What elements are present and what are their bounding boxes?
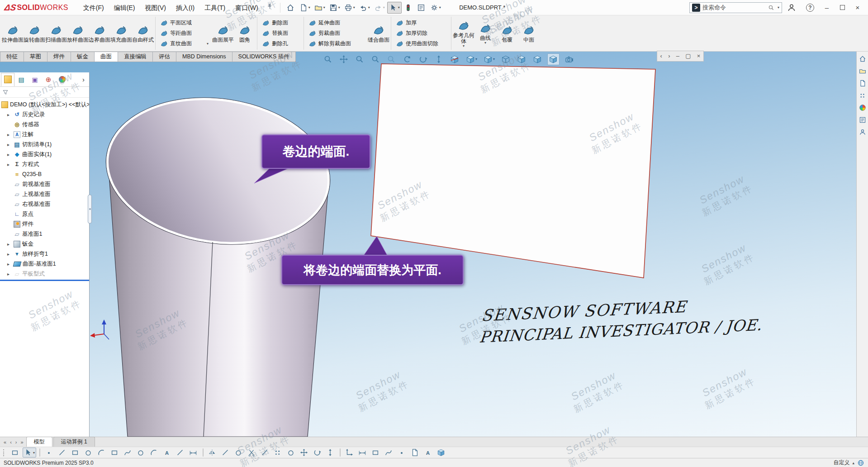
sketch-tool-icon[interactable] <box>9 448 21 457</box>
search-input[interactable]: 搜索命令 <box>702 4 766 12</box>
settings-button[interactable]: ▾ <box>428 2 443 14</box>
rotate-view-icon[interactable] <box>417 53 429 65</box>
section-view-icon[interactable] <box>449 53 461 65</box>
select-tool-button[interactable]: ▾ <box>387 2 402 14</box>
menu-insert[interactable]: 插入(I) <box>171 0 199 15</box>
zoom-to-selection-icon[interactable] <box>385 53 398 65</box>
flatten-surface-button[interactable]: 曲面展平 <box>212 15 234 51</box>
knit-surface-button[interactable]: 缝合曲面 <box>368 15 389 51</box>
ellipse-tool-icon[interactable] <box>135 448 147 457</box>
options-list-button[interactable] <box>415 2 428 14</box>
tree-item-top-plane[interactable]: ▱上视基准面 <box>0 189 89 199</box>
customize-caret-icon[interactable]: ▴ <box>852 461 854 465</box>
taskpane-forum-icon[interactable] <box>859 129 866 136</box>
tree-item-surface-bodies[interactable]: ▸◆曲面实体(1) <box>0 149 89 159</box>
scale-entities-icon[interactable] <box>325 448 337 457</box>
fully-define-sketch-icon[interactable] <box>370 448 382 457</box>
camera-icon[interactable] <box>563 53 575 65</box>
expand-arrow-icon[interactable]: ▸ <box>7 242 12 247</box>
wrap-button[interactable]: 包覆 <box>496 15 518 51</box>
sketch-fillet-icon[interactable] <box>148 448 160 457</box>
tree-item-weldment[interactable]: 焊件 <box>0 219 89 229</box>
menu-view[interactable]: 视图(V) <box>140 0 171 15</box>
featuremanager-tab-icon[interactable] <box>1 73 14 86</box>
filled-surface-button[interactable]: 填充曲面 <box>110 15 132 51</box>
customize-status-label[interactable]: 自定义 <box>833 459 849 467</box>
doc-restore-icon[interactable]: ▢ <box>685 52 691 61</box>
expand-arrow-icon[interactable]: ▸ <box>7 132 12 137</box>
fillet-button[interactable]: 圆角 <box>234 15 256 51</box>
delete-face-button[interactable]: 删除面 <box>260 18 301 28</box>
convert-entities-icon[interactable] <box>220 448 232 457</box>
user-account-icon[interactable] <box>782 3 801 12</box>
tab-features[interactable]: 特征 <box>0 52 24 62</box>
tree-filter-row[interactable] <box>0 87 89 98</box>
tree-item-lofted-bend[interactable]: ▸▼放样折弯1 <box>0 249 89 259</box>
tree-item-surface-plane1[interactable]: ▸曲面-基准面1 <box>0 259 89 269</box>
cut-with-surface-button[interactable]: 使用曲面切除 <box>394 38 448 49</box>
expand-arrow-icon[interactable]: ▸ <box>7 142 12 147</box>
tab-scroll-left-icon[interactable]: ‹ <box>660 52 662 61</box>
panel-splitter[interactable] <box>88 195 92 224</box>
apply-scene-icon[interactable] <box>531 53 544 65</box>
text-tool-icon[interactable] <box>161 448 173 457</box>
rebuild-button[interactable] <box>402 2 415 14</box>
zoom-to-area-icon[interactable] <box>370 53 382 65</box>
trim-surface-button[interactable]: 剪裁曲面 <box>307 28 366 38</box>
next-tab-icon[interactable]: › <box>14 438 19 447</box>
tab-evaluate[interactable]: 评估 <box>152 52 176 62</box>
extruded-surface-button[interactable]: 拉伸曲面 <box>2 15 24 51</box>
point-tool-icon[interactable] <box>43 448 55 457</box>
doc-close-icon[interactable]: × <box>697 52 701 61</box>
tab-solidworks-addins[interactable]: SOLIDWORKS 插件 <box>232 52 296 62</box>
menu-file[interactable]: 文件(F) <box>78 0 109 15</box>
zoom-in-out-icon[interactable] <box>354 53 366 65</box>
search-icon[interactable] <box>768 5 774 11</box>
search-caret-icon[interactable]: ▾ <box>778 5 779 10</box>
menu-edit[interactable]: 编辑(E) <box>109 0 140 15</box>
expand-arrow-icon[interactable]: ▸ <box>7 252 12 257</box>
restore-button[interactable] <box>835 5 850 10</box>
tab-direct-editing[interactable]: 直接编辑 <box>118 52 152 62</box>
open-button[interactable]: ▾ <box>313 2 327 14</box>
tree-item-cut-list[interactable]: ▸▤切割清单(1) <box>0 139 89 149</box>
revolved-surface-button[interactable]: 旋转曲面 <box>24 15 45 51</box>
tree-item-equations[interactable]: ▸Σ方程式 <box>0 159 89 169</box>
tree-item-right-plane[interactable]: ▱右视基准面 <box>0 199 89 209</box>
centerpoint-arc-icon[interactable] <box>96 448 108 457</box>
trim-entities-icon[interactable] <box>246 448 258 457</box>
select-arrow-icon[interactable]: ▾ <box>23 448 36 457</box>
extend-entities-icon[interactable] <box>259 448 271 457</box>
tab-weldments[interactable]: 焊件 <box>47 52 71 62</box>
tree-item-root[interactable]: DEMO (默认<按加工>) <<默认>_显示 <box>0 100 89 110</box>
rollback-bar[interactable] <box>0 280 89 281</box>
minimize-button[interactable]: – <box>819 4 835 11</box>
propertymanager-tab-icon[interactable]: ▤ <box>14 73 28 86</box>
undo-button[interactable]: ▾ <box>357 2 372 14</box>
zoom-fit-icon[interactable] <box>322 53 334 65</box>
thickened-cut-button[interactable]: 加厚切除 <box>394 28 448 38</box>
circular-pattern-icon[interactable] <box>285 448 297 457</box>
expand-arrow-icon[interactable]: ▸ <box>7 112 12 117</box>
linear-pattern-icon[interactable] <box>272 448 284 457</box>
extend-surface-button[interactable]: 延伸曲面 <box>307 18 366 28</box>
tree-item-material[interactable]: ≡Q235-B <box>0 169 89 179</box>
curves-button[interactable]: 曲线▾ <box>474 15 496 51</box>
tree-item-front-plane[interactable]: ▱前视基准面 <box>0 179 89 189</box>
polygon-tool-icon[interactable] <box>109 448 121 457</box>
tree-item-plane1[interactable]: ▱基准面1 <box>0 229 89 239</box>
taskpane-home-icon[interactable] <box>859 55 866 62</box>
redo-button[interactable]: ▾ <box>372 2 387 14</box>
display-style-icon[interactable]: ▾ <box>482 53 496 65</box>
home-button[interactable] <box>285 2 297 14</box>
hide-show-items-icon[interactable] <box>500 53 512 65</box>
centerline-icon[interactable] <box>175 448 186 457</box>
previous-view-icon[interactable] <box>401 53 413 65</box>
configurationmanager-tab-icon[interactable]: ▣ <box>28 73 42 86</box>
offset-entities-icon[interactable] <box>233 448 245 457</box>
swept-surface-button[interactable]: 扫描曲面 <box>45 15 67 51</box>
display-relations-icon[interactable] <box>344 448 356 457</box>
tree-item-history[interactable]: ▸↺历史记录 <box>0 110 89 119</box>
planar-surface-button[interactable]: 平面区域 <box>158 18 211 28</box>
thicken-button[interactable]: 加厚 <box>394 18 448 28</box>
